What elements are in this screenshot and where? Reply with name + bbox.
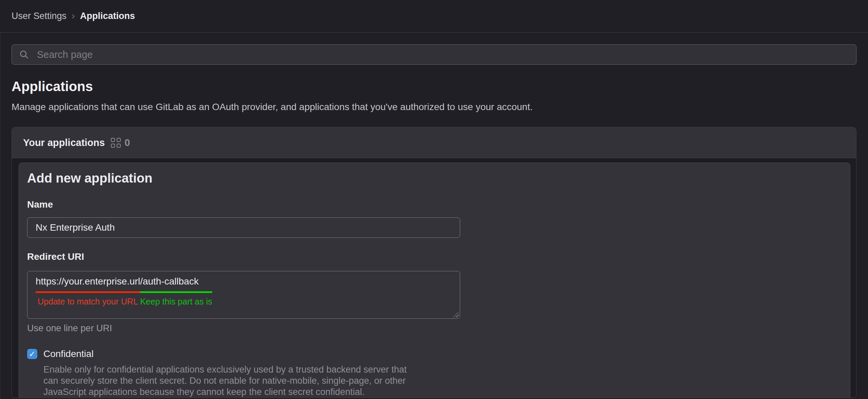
resize-handle-icon[interactable] [453,312,459,317]
applications-grid-icon [111,138,121,148]
annotation-red-label: Update to match your URL [36,297,140,307]
name-input[interactable] [27,217,460,238]
breadcrumb: User Settings › Applications [12,10,135,22]
applications-count-badge: 0 [124,137,130,148]
confidential-description-line: Enable only for confidential application… [43,364,841,375]
confidential-label[interactable]: Confidential [43,349,94,359]
add-application-card: Add new application Name Redirect URI ht… [19,163,850,398]
confidential-description-line: can securely store the client secret. Do… [43,375,841,386]
redirect-uri-textarea[interactable]: https://your.enterprise.url /auth-callba… [27,271,460,319]
redirect-uri-annotated-value: https://your.enterprise.url /auth-callba… [36,276,212,307]
checkbox-check-icon: ✓ [29,350,35,358]
confidential-checkbox[interactable]: ✓ [27,349,37,359]
your-applications-body: Add new application Name Redirect URI ht… [12,158,856,398]
confidential-description-line: JavaScript applications because they can… [43,386,841,398]
breadcrumb-user-settings[interactable]: User Settings [12,11,66,21]
annotation-red-underline [36,291,140,293]
redirect-uri-path-text: /auth-callback [140,276,212,287]
your-applications-header: Your applications 0 [12,127,856,158]
page-title: Applications [12,79,856,94]
main-content: Applications Manage applications that ca… [0,44,868,398]
search-input[interactable] [12,44,856,65]
left-edge-divider [0,33,0,399]
confidential-description: Enable only for confidential application… [43,364,841,398]
chevron-right-icon: › [72,10,75,22]
search-bar [12,44,856,65]
redirect-uri-hint: Use one line per URI [27,323,841,334]
confidential-checkbox-row: ✓ Confidential [27,349,841,359]
your-applications-title: Your applications [23,137,105,148]
top-bar: User Settings › Applications [0,0,868,33]
annotation-green-underline [140,291,212,293]
redirect-uri-label: Redirect URI [27,251,841,262]
name-label: Name [27,199,841,210]
annotation-green-label: Keep this part as is [140,297,212,307]
your-applications-card: Your applications 0 Add new application … [12,127,856,398]
add-application-title: Add new application [27,171,841,186]
page-description: Manage applications that can use GitLab … [12,102,856,112]
redirect-uri-base-text: https://your.enterprise.url [36,276,140,287]
breadcrumb-applications: Applications [80,11,135,21]
